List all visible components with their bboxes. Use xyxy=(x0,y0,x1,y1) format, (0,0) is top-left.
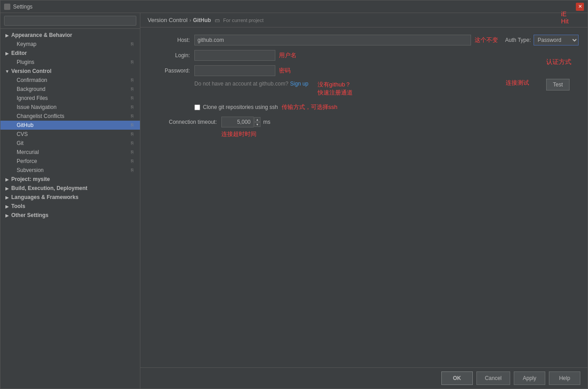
sidebar-item-project-mysite[interactable]: ▶Project: mysite xyxy=(0,175,140,184)
search-box xyxy=(0,13,140,29)
sidebar-copy-icon-mercurial: ⎘ xyxy=(131,149,136,155)
close-button[interactable]: ✕ xyxy=(576,3,584,11)
sidebar-label-languages-frameworks: Languages & Frameworks xyxy=(11,194,136,200)
clone-checkbox[interactable] xyxy=(194,104,200,110)
tree-arrow-tools: ▶ xyxy=(4,203,10,209)
titlebar: Settings iE Hit ✕ xyxy=(0,0,588,13)
login-input[interactable] xyxy=(194,50,275,61)
sidebar-label-project-mysite: Project: mysite xyxy=(11,176,136,182)
sidebar-item-issue-navigation[interactable]: Issue Navigation⎘ xyxy=(0,103,140,112)
host-label: Host: xyxy=(149,37,194,43)
signup-link[interactable]: Sign up xyxy=(290,81,309,87)
sidebar-label-github: GitHub xyxy=(17,122,131,128)
sidebar-item-git[interactable]: Git⎘ xyxy=(0,139,140,148)
sidebar-item-confirmation[interactable]: Confirmation⎘ xyxy=(0,76,140,85)
host-input[interactable] xyxy=(194,35,471,45)
apply-button[interactable]: Apply xyxy=(514,371,545,385)
sidebar-item-tools[interactable]: ▶Tools xyxy=(0,202,140,211)
clone-checkbox-row: Clone git repositories using ssh 传输方式，可选… xyxy=(149,103,579,111)
sidebar-item-background[interactable]: Background⎘ xyxy=(0,85,140,94)
sidebar-label-subversion: Subversion xyxy=(17,167,131,173)
form-area: 认证方式 Host: 这个不变 Auth Type: Password Toke… xyxy=(140,27,588,367)
sidebar-label-version-control: Version Control xyxy=(11,68,136,74)
password-row: Password: 密码 xyxy=(149,65,579,76)
sidebar-item-editor[interactable]: ▶Editor xyxy=(0,49,140,58)
breadcrumb-sep: › xyxy=(189,17,191,23)
signup-row: Do not have an account at github.com? Si… xyxy=(149,81,579,97)
auth-type-select[interactable]: Password Token xyxy=(534,35,579,45)
breadcrumb: Version Control › GitHub 🗃 For current p… xyxy=(140,13,588,27)
password-input[interactable] xyxy=(194,65,275,76)
sidebar-label-keymap: Keymap xyxy=(17,41,131,47)
ok-button[interactable]: OK xyxy=(441,371,473,385)
sidebar-item-keymap[interactable]: Keymap⎘ xyxy=(0,40,140,49)
sidebar-copy-icon-cvs: ⎘ xyxy=(131,131,136,137)
tree-arrow-build-execution: ▶ xyxy=(4,185,10,191)
sidebar-item-github[interactable]: GitHub⎘ xyxy=(0,121,140,130)
tree-arrow-languages-frameworks: ▶ xyxy=(4,194,10,200)
sidebar-label-confirmation: Confirmation xyxy=(17,77,131,83)
sidebar-label-cvs: CVS xyxy=(17,131,131,137)
tree-arrow-other-settings: ▶ xyxy=(4,212,10,218)
sidebar-item-plugins[interactable]: Plugins⎘ xyxy=(0,58,140,67)
sidebar-label-editor: Editor xyxy=(11,50,136,56)
clone-label[interactable]: Clone git repositories using ssh xyxy=(203,104,278,110)
timeout-annotation: 连接超时时间 xyxy=(149,130,579,138)
settings-window: Settings iE Hit ✕ ▶Appearance & Behavior… xyxy=(0,0,588,389)
sidebar-copy-icon-issue-navigation: ⎘ xyxy=(131,104,136,110)
host-row: Host: 这个不变 Auth Type: Password Token xyxy=(149,35,579,45)
spinner-up[interactable]: ▲ xyxy=(254,117,260,122)
right-panel: Version Control › GitHub 🗃 For current p… xyxy=(140,13,588,389)
password-annotation: 密码 xyxy=(279,67,291,75)
breadcrumb-project-label: For current project xyxy=(223,18,264,23)
sidebar-copy-icon-perforce: ⎘ xyxy=(131,158,136,164)
spinner-wrap: ▲ ▼ xyxy=(254,117,260,127)
sidebar-label-git: Git xyxy=(17,140,131,146)
app-icon xyxy=(4,4,10,10)
sidebar-item-appearance[interactable]: ▶Appearance & Behavior xyxy=(0,31,140,40)
test-button[interactable]: Test xyxy=(546,79,570,90)
sidebar-label-perforce: Perforce xyxy=(17,158,131,164)
tree-arrow-version-control: ▼ xyxy=(4,68,10,74)
timeout-input[interactable] xyxy=(221,117,254,127)
sidebar-item-changelist-conflicts[interactable]: Changelist Conflicts⎘ xyxy=(0,112,140,121)
sidebar-label-appearance: Appearance & Behavior xyxy=(11,32,136,38)
help-button[interactable]: Help xyxy=(549,371,580,385)
clone-annotation: 传输方式，可选择ssh xyxy=(282,103,337,111)
timeout-input-wrap: ▲ ▼ xyxy=(221,117,260,127)
sidebar-label-changelist-conflicts: Changelist Conflicts xyxy=(17,113,131,119)
sidebar-item-mercurial[interactable]: Mercurial⎘ xyxy=(0,148,140,157)
sidebar-item-build-execution[interactable]: ▶Build, Execution, Deployment xyxy=(0,184,140,193)
auth-type-label: Auth Type: xyxy=(505,37,531,43)
sidebar-label-plugins: Plugins xyxy=(17,59,131,65)
sidebar-item-perforce[interactable]: Perforce⎘ xyxy=(0,157,140,166)
sidebar-copy-icon-changelist-conflicts: ⎘ xyxy=(131,113,136,119)
sidebar-copy-icon-plugins: ⎘ xyxy=(131,59,136,65)
sidebar-copy-icon-git: ⎘ xyxy=(131,140,136,146)
main-content: ▶Appearance & BehaviorKeymap⎘▶EditorPlug… xyxy=(0,13,588,389)
sidebar-copy-icon-keymap: ⎘ xyxy=(131,41,136,47)
sidebar-label-background: Background xyxy=(17,86,131,92)
sidebar-label-other-settings: Other Settings xyxy=(11,212,136,218)
signup-annotation: 没有github？快速注册通道 xyxy=(318,81,353,97)
sidebar-copy-icon-ignored-files: ⎘ xyxy=(131,95,136,101)
sidebar-item-languages-frameworks[interactable]: ▶Languages & Frameworks xyxy=(0,193,140,202)
search-input[interactable] xyxy=(4,16,136,26)
sidebar-label-issue-navigation: Issue Navigation xyxy=(17,104,131,110)
spinner-down[interactable]: ▼ xyxy=(254,122,260,127)
sidebar-item-other-settings[interactable]: ▶Other Settings xyxy=(0,211,140,220)
auth-type-annotation: 认证方式 xyxy=(546,58,571,66)
auth-type-section: Auth Type: Password Token xyxy=(505,35,579,45)
sidebar-copy-icon-background: ⎘ xyxy=(131,86,136,92)
sidebar-item-subversion[interactable]: Subversion⎘ xyxy=(0,166,140,175)
sidebar-item-ignored-files[interactable]: Ignored Files⎘ xyxy=(0,94,140,103)
tree-arrow-editor: ▶ xyxy=(4,50,10,56)
sidebar-tree: ▶Appearance & BehaviorKeymap⎘▶EditorPlug… xyxy=(0,29,140,389)
window-title: Settings xyxy=(13,4,576,10)
cancel-button[interactable]: Cancel xyxy=(476,371,510,385)
sidebar-copy-icon-confirmation: ⎘ xyxy=(131,77,136,83)
sidebar-item-version-control[interactable]: ▼Version Control xyxy=(0,67,140,76)
timeout-label: Connection timeout: xyxy=(149,119,221,125)
bottom-bar: OK Cancel Apply Help xyxy=(140,367,588,389)
sidebar-item-cvs[interactable]: CVS⎘ xyxy=(0,130,140,139)
